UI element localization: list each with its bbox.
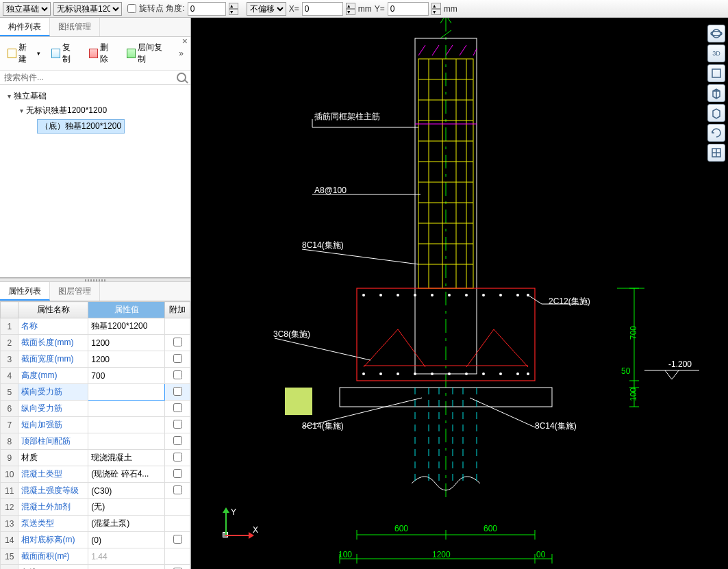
new-button[interactable]: 新建▾ [4, 40, 44, 67]
tree-toggle-icon[interactable]: ▾ [4, 92, 14, 100]
property-value[interactable] [88, 565, 165, 570]
extra-checkbox[interactable] [173, 485, 182, 494]
cad-drawing: 插筋同框架柱主筋 A8@100 8C14(集施) 3C8(集施) 2C12(集施… [191, 18, 728, 569]
rotation-spinner[interactable]: ▲▼ [229, 3, 238, 15]
x-unit: mm [358, 4, 372, 14]
x-spinner[interactable]: ▲▼ [346, 3, 355, 15]
rotation-checkbox[interactable] [127, 4, 136, 13]
selection-handle[interactable] [285, 388, 312, 415]
tab-drawing-manage[interactable]: 图纸管理 [50, 18, 100, 36]
property-name[interactable]: 顶部柱间配筋 [18, 433, 88, 450]
tree-item-level2[interactable]: ▾无标识独基1200*1200 [3, 103, 188, 118]
property-name[interactable]: 截面面积(m²) [18, 548, 88, 565]
nav-cube-side-button[interactable] [707, 104, 725, 122]
property-name[interactable]: 相对底标高(m) [18, 532, 88, 548]
property-row[interactable]: 3截面宽度(mm)1200 [1, 351, 190, 368]
property-name[interactable]: 截面宽度(mm) [18, 351, 88, 368]
property-row[interactable]: 13泵送类型(混凝土泵) [1, 516, 190, 532]
property-name[interactable]: 泵送类型 [18, 516, 88, 532]
copy-button[interactable]: 复制 [48, 40, 81, 67]
property-row[interactable]: 1名称独基1200*1200 [1, 318, 190, 335]
property-value[interactable]: 1200 [88, 351, 165, 368]
property-value[interactable] [88, 433, 165, 450]
property-value[interactable] [88, 417, 165, 433]
tree-toggle-icon[interactable]: ▾ [16, 107, 26, 114]
property-row[interactable]: 10混凝土类型(现浇砼 碎石4... [1, 466, 190, 483]
panel-splitter[interactable] [0, 278, 190, 282]
offset-dropdown[interactable]: 不偏移 [247, 2, 286, 16]
extra-checkbox[interactable] [173, 420, 182, 429]
extra-checkbox[interactable] [173, 338, 182, 346]
overflow-button[interactable]: » [176, 47, 186, 60]
tab-attributes[interactable]: 属性列表 [0, 282, 50, 301]
extra-checkbox[interactable] [173, 370, 182, 379]
svg-point-24 [362, 294, 365, 296]
property-row[interactable]: 7短向加强筋 [1, 417, 190, 433]
extra-checkbox[interactable] [173, 436, 182, 445]
property-row[interactable]: 6纵向受力筋 [1, 401, 190, 417]
property-row[interactable]: 2截面长度(mm)1200 [1, 335, 190, 351]
tree-root[interactable]: ▾独立基础 [3, 89, 188, 103]
extra-checkbox[interactable] [173, 469, 182, 478]
property-value[interactable]: (C30) [88, 483, 165, 499]
property-extra [165, 335, 190, 351]
extra-checkbox[interactable] [173, 535, 182, 544]
property-name[interactable]: 混凝土类型 [18, 466, 88, 483]
cad-viewport[interactable]: 插筋同框架柱主筋 A8@100 8C14(集施) 3C8(集施) 2C12(集施… [191, 18, 728, 569]
property-row[interactable]: 12混凝土外加剂(无) [1, 499, 190, 516]
nav-rotate-button[interactable] [707, 124, 725, 142]
property-value[interactable] [88, 384, 165, 401]
close-icon[interactable]: × [182, 36, 188, 47]
property-row[interactable]: 8顶部柱间配筋 [1, 433, 190, 450]
property-value[interactable]: 独基1200*1200 [88, 318, 165, 335]
property-value[interactable]: 1.44 [88, 548, 165, 565]
search-input[interactable] [4, 73, 174, 82]
property-name[interactable]: 备注 [18, 565, 88, 570]
extra-checkbox[interactable] [173, 453, 182, 461]
property-row[interactable]: 4高度(mm)700 [1, 368, 190, 384]
property-value[interactable]: (混凝土泵) [88, 516, 165, 532]
property-name[interactable]: 截面长度(mm) [18, 335, 88, 351]
property-row[interactable]: 14相对底标高(m)(0) [1, 532, 190, 548]
nav-3d-button[interactable]: 3D [707, 45, 725, 62]
property-value[interactable]: (0) [88, 532, 165, 548]
property-name[interactable]: 混凝土强度等级 [18, 483, 88, 499]
property-value[interactable]: (无) [88, 499, 165, 516]
property-name[interactable]: 纵向受力筋 [18, 401, 88, 417]
property-row[interactable]: 9材质现浇混凝土 [1, 450, 190, 466]
x-input[interactable] [302, 2, 343, 16]
property-name[interactable]: 短向加强筋 [18, 417, 88, 433]
extra-checkbox[interactable] [173, 387, 182, 396]
search-icon[interactable] [177, 73, 186, 82]
tree-item-selected[interactable]: （底）独基1200*1200 [3, 118, 188, 135]
y-input[interactable] [388, 2, 429, 16]
delete-button[interactable]: 删除 [86, 40, 119, 67]
nav-orbit-button[interactable] [707, 25, 725, 42]
property-value[interactable]: 700 [88, 368, 165, 384]
subtype-dropdown[interactable]: 无标识独基120 [53, 2, 122, 16]
property-name[interactable]: 名称 [18, 318, 88, 335]
extra-checkbox[interactable] [173, 403, 182, 412]
layer-copy-button[interactable]: 层间复制 [123, 40, 173, 67]
property-row[interactable]: 11混凝土强度等级(C30) [1, 483, 190, 499]
tab-layers[interactable]: 图层管理 [50, 282, 100, 301]
y-spinner[interactable]: ▲▼ [431, 3, 441, 15]
rotation-input[interactable] [188, 2, 226, 16]
property-value[interactable] [88, 401, 165, 417]
property-name[interactable]: 混凝土外加剂 [18, 499, 88, 516]
type-dropdown[interactable]: 独立基础 [3, 2, 51, 16]
property-row[interactable]: 15截面面积(m²)1.44 [1, 548, 190, 565]
property-value[interactable]: 现浇混凝土 [88, 450, 165, 466]
property-name[interactable]: 横向受力筋 [18, 384, 88, 401]
nav-cube-front-button[interactable] [707, 84, 725, 102]
tab-component-list[interactable]: 构件列表 [0, 18, 50, 36]
extra-checkbox[interactable] [173, 354, 182, 363]
property-value[interactable]: 1200 [88, 335, 165, 351]
property-row[interactable]: 5横向受力筋 [1, 384, 190, 401]
property-row[interactable]: 16备注 [1, 565, 190, 570]
property-name[interactable]: 材质 [18, 450, 88, 466]
property-value[interactable]: (现浇砼 碎石4... [88, 466, 165, 483]
property-name[interactable]: 高度(mm) [18, 368, 88, 384]
nav-cube-top-button[interactable] [707, 64, 725, 82]
nav-grid-button[interactable] [707, 144, 725, 162]
